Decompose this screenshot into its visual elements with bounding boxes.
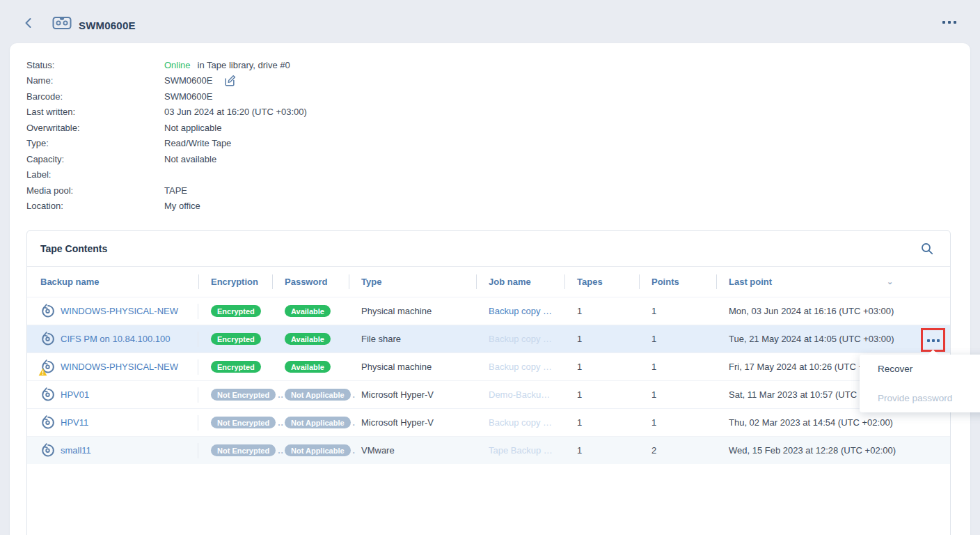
restore-point-icon bbox=[40, 387, 55, 402]
detail-row-barcode: Barcode: SWM0600E bbox=[26, 88, 307, 104]
tape-contents-panel: Tape Contents Backup name Encryption Pas… bbox=[26, 230, 951, 535]
sort-descending-icon[interactable]: ⌄ bbox=[887, 277, 893, 286]
restore-point-icon bbox=[40, 443, 55, 458]
tapes-cell: 1 bbox=[564, 297, 639, 325]
status-location-value: in Tape library, drive #0 bbox=[198, 60, 290, 70]
detail-row-label: Label: bbox=[26, 167, 307, 183]
row-actions-ellipsis-button[interactable] bbox=[924, 331, 942, 350]
table-row[interactable]: small11 Not Encrypted.. Not Applicable. … bbox=[27, 436, 950, 464]
tapes-cell: 1 bbox=[564, 409, 639, 436]
points-cell: 1 bbox=[639, 297, 716, 325]
edit-name-icon[interactable] bbox=[223, 75, 236, 87]
password-badge: Available bbox=[285, 333, 331, 345]
menu-item-provide-password: Provide password bbox=[860, 384, 980, 413]
column-header-last-point[interactable]: Last point ⌄ bbox=[716, 267, 950, 297]
tapes-cell: 1 bbox=[564, 437, 639, 464]
column-header-backup-name[interactable]: Backup name bbox=[27, 267, 198, 297]
table-row[interactable]: HPV01 Not Encrypted.. Not Applicable. Mi… bbox=[27, 380, 950, 408]
warning-icon bbox=[38, 368, 47, 376]
detail-row-status: Status: Online in Tape library, drive #0 bbox=[26, 57, 307, 73]
restore-point-icon bbox=[40, 332, 55, 346]
type-cell: Microsoft Hyper-V bbox=[349, 381, 476, 408]
detail-row-type: Type: Read/Write Tape bbox=[26, 136, 307, 152]
detail-row-last-written: Last written: 03 Jun 2024 at 16:20 (UTC … bbox=[26, 104, 307, 121]
points-cell: 1 bbox=[639, 409, 716, 436]
last-point-cell: Mon, 03 Jun 2024 at 16:16 (UTC +03:00) bbox=[716, 297, 950, 325]
status-online-value: Online bbox=[164, 60, 191, 70]
tapes-cell: 1 bbox=[564, 325, 639, 352]
panel-title: Tape Contents bbox=[40, 243, 107, 254]
type-cell: Physical machine bbox=[349, 297, 476, 325]
points-cell: 1 bbox=[639, 325, 716, 352]
last-point-cell: Tue, 21 May 2024 at 14:05 (UTC +03:00) bbox=[716, 325, 950, 352]
column-header-points[interactable]: Points bbox=[639, 267, 716, 297]
backup-name-link[interactable]: WINDOWS-PHYSICAL-NEW bbox=[61, 362, 178, 372]
detail-row-media-pool: Media pool: TAPE bbox=[26, 183, 307, 199]
password-badge: Available bbox=[285, 305, 331, 317]
tape-details: Status: Online in Tape library, drive #0… bbox=[26, 57, 307, 214]
backup-name-link[interactable]: HPV11 bbox=[61, 417, 88, 428]
restore-point-icon bbox=[40, 415, 55, 430]
job-name-link: Demo-Backu… bbox=[489, 389, 550, 400]
page-title: SWM0600E bbox=[79, 20, 136, 31]
tape-cassette-icon bbox=[52, 16, 72, 30]
job-name-link: Backup copy … bbox=[489, 362, 552, 372]
points-cell: 2 bbox=[639, 437, 716, 464]
type-cell: VMware bbox=[349, 437, 476, 464]
column-header-tapes[interactable]: Tapes bbox=[564, 267, 639, 297]
column-header-encryption[interactable]: Encryption bbox=[198, 267, 272, 297]
points-cell: 1 bbox=[639, 381, 716, 408]
tape-detail-card: Status: Online in Tape library, drive #0… bbox=[10, 43, 970, 535]
points-cell: 1 bbox=[639, 353, 716, 380]
detail-row-overwritable: Overwritable: Not applicable bbox=[26, 120, 307, 136]
job-name-link: Backup copy … bbox=[489, 334, 552, 344]
detail-row-capacity: Capacity: Not available bbox=[26, 151, 307, 167]
restore-point-warning-icon bbox=[40, 359, 55, 374]
detail-row-name: Name: SWM0600E bbox=[26, 73, 307, 89]
row-context-menu: Recover Provide password bbox=[860, 355, 980, 412]
last-point-cell: Thu, 02 Mar 2023 at 14:54 (UTC +02:00) bbox=[716, 409, 950, 436]
type-cell: Microsoft Hyper-V bbox=[349, 409, 476, 436]
menu-item-recover[interactable]: Recover bbox=[860, 355, 980, 384]
top-bar: SWM0600E bbox=[0, 0, 980, 43]
password-badge: Available bbox=[285, 361, 331, 373]
column-header-job-name[interactable]: Job name bbox=[476, 267, 564, 297]
backup-name-link[interactable]: small11 bbox=[61, 445, 91, 456]
last-point-cell: Wed, 15 Feb 2023 at 12:28 (UTC +02:00) bbox=[716, 437, 950, 464]
type-cell: File share bbox=[349, 325, 476, 352]
job-name-link: Tape Backup … bbox=[489, 445, 553, 456]
column-header-password[interactable]: Password bbox=[272, 267, 349, 297]
table-row[interactable]: WINDOWS-PHYSICAL-NEW Encrypted Available… bbox=[27, 352, 950, 380]
type-cell: Physical machine bbox=[349, 353, 476, 380]
table-row[interactable]: HPV11 Not Encrypted.. Not Applicable. Mi… bbox=[27, 408, 950, 436]
encryption-badge: Encrypted bbox=[211, 361, 261, 373]
tapes-cell: 1 bbox=[564, 353, 639, 380]
table-row-selected[interactable]: CIFS PM on 10.84.100.100 Encrypted Avail… bbox=[27, 325, 950, 352]
encryption-badge: Encrypted bbox=[211, 333, 261, 345]
name-value: SWM0600E bbox=[164, 75, 212, 86]
detail-row-location: Location: My office bbox=[26, 199, 307, 215]
back-button[interactable] bbox=[22, 17, 35, 29]
password-badge: Not Applicable bbox=[285, 417, 351, 428]
encryption-badge: Not Encrypted bbox=[211, 417, 276, 428]
restore-point-icon bbox=[40, 304, 55, 318]
backup-name-link[interactable]: HPV01 bbox=[61, 389, 89, 400]
encryption-badge: Encrypted bbox=[211, 305, 261, 317]
page-actions-ellipsis-icon[interactable] bbox=[942, 21, 956, 24]
tapes-cell: 1 bbox=[564, 381, 639, 408]
password-badge: Not Applicable bbox=[285, 444, 351, 456]
encryption-badge: Not Encrypted bbox=[211, 389, 276, 401]
table-header-row: Backup name Encryption Password Type Job… bbox=[27, 267, 950, 297]
job-name-link: Backup copy … bbox=[489, 417, 552, 428]
job-name-link[interactable]: Backup copy … bbox=[489, 306, 552, 316]
column-header-type[interactable]: Type bbox=[349, 267, 476, 297]
search-icon[interactable] bbox=[921, 242, 933, 255]
backup-name-link[interactable]: CIFS PM on 10.84.100.100 bbox=[61, 334, 171, 344]
password-badge: Not Applicable bbox=[285, 389, 351, 401]
encryption-badge: Not Encrypted bbox=[211, 444, 276, 456]
backup-name-link[interactable]: WINDOWS-PHYSICAL-NEW bbox=[61, 306, 178, 316]
table-row[interactable]: WINDOWS-PHYSICAL-NEW Encrypted Available… bbox=[27, 297, 950, 325]
